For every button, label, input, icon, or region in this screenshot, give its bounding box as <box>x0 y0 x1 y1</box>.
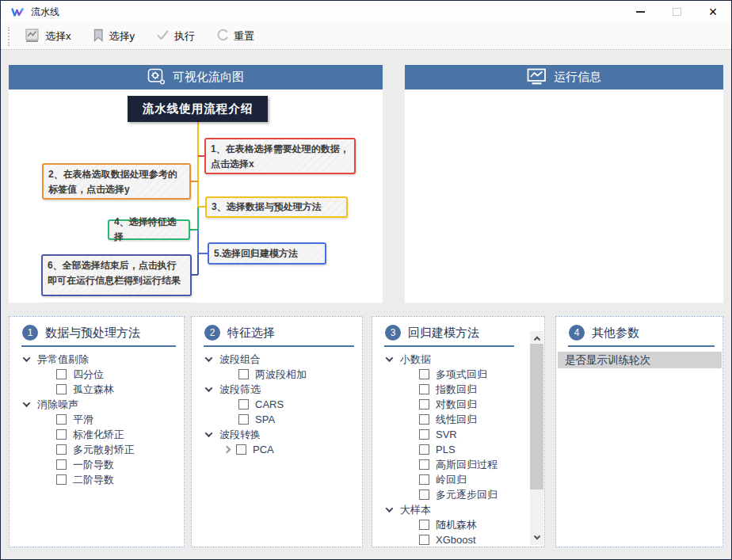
checkbox[interactable] <box>419 399 429 410</box>
vertical-scrollbar[interactable] <box>530 331 543 545</box>
chevron-down-icon[interactable] <box>205 354 213 362</box>
checkbox[interactable] <box>419 414 429 425</box>
chevron-down-icon[interactable] <box>23 399 31 407</box>
checkbox[interactable] <box>56 474 67 485</box>
checkbox[interactable] <box>236 444 246 455</box>
item-label: CARS <box>255 398 284 410</box>
section-3-number-badge: 3 <box>385 325 401 341</box>
item-label: 是否显示训练轮次 <box>565 353 650 368</box>
tree-group-item[interactable]: 大样本 <box>372 502 544 517</box>
toolbar-drag-handle[interactable] <box>8 27 10 46</box>
section-4-number-badge: 4 <box>569 325 585 341</box>
item-label: 二阶导数 <box>73 473 114 487</box>
flow-panel-header: 可视化流向图 <box>9 65 383 90</box>
item-label: PLS <box>436 444 456 455</box>
tree-checkbox-item[interactable]: 多元散射矫正 <box>10 442 184 457</box>
tree-checkbox-item[interactable]: 二阶导数 <box>10 472 184 487</box>
tree-checkbox-item[interactable]: 平滑 <box>10 412 184 427</box>
select-y-button[interactable]: 选择y <box>87 25 141 48</box>
tree-checkbox-item[interactable]: CARS <box>192 397 362 412</box>
tree-checkbox-item[interactable]: SVR <box>372 427 544 442</box>
section-1-title: 数据与预处理方法 <box>45 326 140 341</box>
tree-group-item[interactable]: 异常值剔除 <box>10 352 184 367</box>
tree-expandable-checkbox-item[interactable]: PCA <box>192 442 362 457</box>
tree-checkbox-item[interactable]: 对数回归 <box>372 397 544 412</box>
select-x-button[interactable]: 选择x <box>20 25 77 48</box>
tree-checkbox-item[interactable]: 多元逐步回归 <box>372 487 544 502</box>
maximize-button[interactable] <box>658 1 695 23</box>
chevron-down-icon <box>533 533 539 539</box>
checkbox[interactable] <box>56 414 67 425</box>
checkbox[interactable] <box>419 384 429 394</box>
chevron-down-icon[interactable] <box>386 505 394 512</box>
chevron-down-icon[interactable] <box>23 354 31 362</box>
tree-checkbox-item[interactable]: 线性回归 <box>372 412 544 427</box>
checkbox[interactable] <box>56 384 67 394</box>
tree-group-item[interactable]: 小数据 <box>372 352 544 367</box>
mindmap-root-node[interactable]: 流水线使用流程介绍 <box>128 96 268 122</box>
tree-checkbox-item[interactable]: 高斯回归过程 <box>372 457 544 472</box>
execute-button[interactable]: 执行 <box>151 26 200 47</box>
mindmap-node-4[interactable]: 4、选择特征选择 <box>108 219 190 240</box>
checkbox[interactable] <box>238 369 249 379</box>
tree-group-item[interactable]: 消除噪声 <box>10 397 184 412</box>
checkbox[interactable] <box>56 369 67 379</box>
item-label: 对数回归 <box>436 398 477 412</box>
reset-button[interactable]: 重置 <box>211 25 260 47</box>
checkbox[interactable] <box>419 474 429 485</box>
close-button[interactable]: × <box>695 1 731 23</box>
section-regression-methods: 3 回归建模方法 小数据多项式回归指数回归对数回归线性回归SVRPLS高斯回归过… <box>372 316 545 547</box>
tree-checkbox-item[interactable]: 岭回归 <box>372 472 544 487</box>
checkbox[interactable] <box>56 429 67 440</box>
checkbox[interactable] <box>56 444 67 455</box>
tree-checkbox-item[interactable]: PLS <box>372 442 544 457</box>
mindmap-canvas[interactable]: 流水线使用流程介绍 1、在表格选择需要处理的数据，点击选择x 2、在表格选取数据… <box>9 90 383 303</box>
scroll-down-button[interactable] <box>530 532 543 545</box>
tree-group-item[interactable]: 波段筛选 <box>192 382 362 397</box>
checkbox[interactable] <box>419 429 429 440</box>
chevron-down-icon[interactable] <box>205 429 213 437</box>
checkbox[interactable] <box>238 414 249 425</box>
mindmap-node-6[interactable]: 6、全部选择结束后，点击执行即可在运行信息栏得到运行结果 <box>41 254 192 296</box>
mindmap-node-1[interactable]: 1、在表格选择需要处理的数据，点击选择x <box>204 138 356 174</box>
chevron-right-icon[interactable] <box>223 446 231 454</box>
checkbox[interactable] <box>419 520 429 530</box>
chevron-down-icon[interactable] <box>386 354 394 362</box>
run-info-output <box>405 90 723 303</box>
checkbox[interactable] <box>419 369 429 379</box>
tree-checkbox-item[interactable]: 随机森林 <box>372 517 544 532</box>
checkbox[interactable] <box>419 459 429 470</box>
checkbox[interactable] <box>419 535 429 545</box>
tree-checkbox-item[interactable]: 两波段相加 <box>192 367 362 382</box>
tree-checkbox-item[interactable]: 四分位 <box>10 367 184 382</box>
tree-checkbox-item[interactable]: SPA <box>192 412 362 427</box>
minimize-button[interactable] <box>622 1 658 23</box>
tree-checkbox-item[interactable]: 一阶导数 <box>10 457 184 472</box>
section-other-params: 4 其他参数 是否显示训练轮次 <box>555 316 723 547</box>
checkbox[interactable] <box>56 459 67 470</box>
tree-group-item[interactable]: 波段转换 <box>192 427 362 442</box>
tree-checkbox-item[interactable]: 指数回归 <box>372 382 544 397</box>
mindmap-node-5[interactable]: 5.选择回归建模方法 <box>208 242 326 265</box>
checkbox[interactable] <box>419 490 429 500</box>
selected-list-item[interactable]: 是否显示训练轮次 <box>558 352 722 368</box>
item-label: 大样本 <box>400 503 431 517</box>
tree-checkbox-item[interactable]: 孤立森林 <box>10 382 184 397</box>
scrollbar-thumb[interactable] <box>530 344 543 490</box>
tree-checkbox-item[interactable]: 多项式回归 <box>372 367 544 382</box>
item-label: 标准化矫正 <box>73 428 124 442</box>
item-label: 波段组合 <box>219 352 261 367</box>
select-x-label: 选择x <box>45 29 71 44</box>
maximize-icon <box>673 8 681 16</box>
tree-group-item[interactable]: 波段组合 <box>192 352 362 367</box>
execute-label: 执行 <box>174 29 195 44</box>
checkbox[interactable] <box>238 399 249 410</box>
tree-checkbox-item[interactable]: XGboost <box>372 532 544 547</box>
checkbox[interactable] <box>419 444 429 455</box>
scroll-up-button[interactable] <box>530 331 543 344</box>
mindmap-node-3[interactable]: 3、选择数据与预处理方法 <box>205 196 348 218</box>
tree-checkbox-item[interactable]: 标准化矫正 <box>10 427 184 442</box>
chevron-down-icon[interactable] <box>205 384 213 392</box>
item-label: 孤立森林 <box>73 383 114 397</box>
mindmap-node-2[interactable]: 2、在表格选取数据处理参考的标签值，点击选择y <box>42 163 191 200</box>
